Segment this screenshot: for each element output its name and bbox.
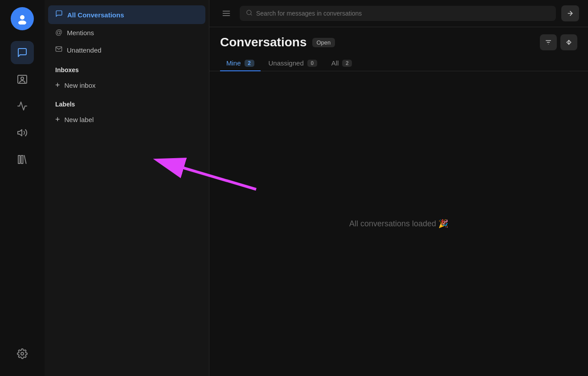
topbar: Search for messages in conversations: [209, 0, 588, 27]
labels-section-title: Labels: [48, 94, 205, 111]
tab-unassigned[interactable]: Unassigned 0: [262, 56, 323, 71]
page-title: Conversations: [220, 35, 307, 49]
new-inbox-label: New inbox: [65, 82, 96, 89]
title-row: Conversations Open: [220, 35, 335, 49]
nav-conversations-btn[interactable]: [11, 41, 34, 64]
svg-rect-6: [21, 155, 23, 163]
new-inbox-button[interactable]: + New inbox: [48, 77, 205, 94]
tabs-row: Mine 2 Unassigned 0 All 2: [209, 50, 588, 71]
icon-bar: [0, 0, 45, 376]
svg-point-0: [20, 15, 24, 20]
tab-all-label: All: [331, 59, 339, 67]
avatar[interactable]: [11, 7, 34, 30]
search-bar[interactable]: Search for messages in conversations: [240, 6, 556, 21]
new-label-label: New label: [65, 116, 94, 123]
new-label-button[interactable]: + New label: [48, 111, 205, 128]
sidebar-item-unattended[interactable]: Unattended: [48, 41, 205, 59]
sidebar: All Conversations @ Mentions Unattended …: [45, 0, 209, 376]
sidebar-item-mentions[interactable]: @ Mentions: [48, 24, 205, 41]
nav-settings-btn[interactable]: [11, 342, 34, 365]
status-badge: Open: [312, 38, 335, 47]
main-content: Search for messages in conversations Con…: [209, 0, 588, 376]
tab-all[interactable]: All 2: [325, 56, 359, 71]
nav-contacts-btn[interactable]: [11, 68, 34, 91]
plus-icon: +: [55, 115, 60, 124]
menu-toggle-button[interactable]: [218, 5, 234, 21]
svg-point-7: [21, 352, 24, 355]
svg-point-1: [18, 20, 26, 25]
svg-line-12: [250, 14, 252, 15]
svg-rect-5: [18, 155, 20, 163]
nav-library-btn[interactable]: [11, 148, 34, 171]
filter-button[interactable]: [540, 34, 557, 50]
sidebar-item-all-conversations[interactable]: All Conversations: [48, 5, 205, 24]
tab-unassigned-label: Unassigned: [269, 59, 304, 67]
empty-state-text: All conversations loaded 🎉: [349, 219, 448, 229]
svg-marker-4: [18, 130, 22, 136]
sidebar-item-label: All Conversations: [67, 11, 124, 19]
sidebar-item-label: Unattended: [67, 46, 102, 54]
mentions-icon: @: [55, 29, 62, 37]
content-header: Conversations Open: [209, 27, 588, 50]
search-icon: [246, 9, 253, 17]
plus-icon: +: [55, 81, 60, 90]
header-actions: [540, 34, 577, 50]
sidebar-item-label: Mentions: [67, 29, 94, 37]
tab-all-badge: 2: [342, 60, 352, 67]
expand-button[interactable]: [561, 5, 579, 21]
inboxes-section-title: Inboxes: [48, 59, 205, 77]
tab-mine[interactable]: Mine 2: [220, 56, 261, 71]
tab-unassigned-badge: 0: [307, 60, 317, 67]
svg-point-3: [21, 77, 24, 80]
nav-reports-btn[interactable]: [11, 94, 34, 118]
search-placeholder: Search for messages in conversations: [256, 10, 362, 17]
tab-mine-badge: 2: [245, 60, 254, 67]
tab-mine-label: Mine: [226, 59, 241, 67]
nav-campaigns-btn[interactable]: [11, 121, 34, 144]
empty-state: All conversations loaded 🎉: [209, 71, 588, 376]
unattended-icon: [55, 45, 62, 55]
sort-button[interactable]: [560, 34, 577, 50]
conversations-icon: [55, 10, 63, 20]
